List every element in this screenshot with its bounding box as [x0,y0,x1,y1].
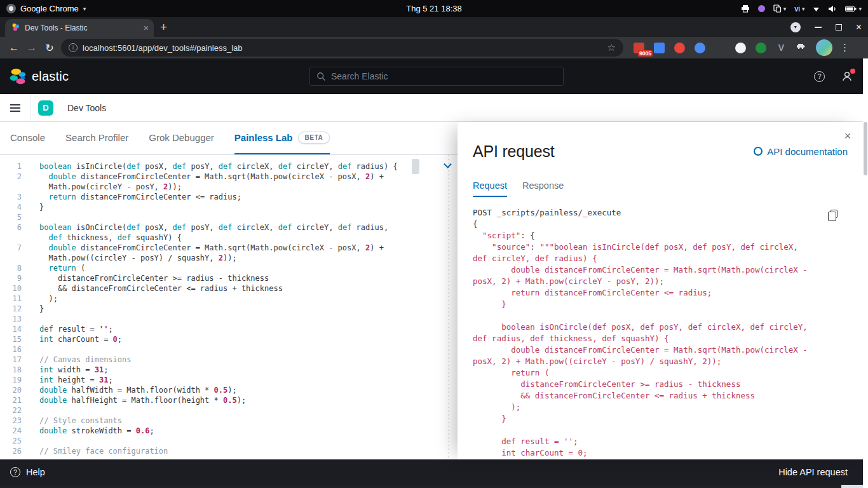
flyout-close-icon[interactable]: × [841,130,854,142]
site-info-icon[interactable]: i [69,43,78,52]
extension-icon-blue[interactable] [654,43,665,53]
code-line[interactable]: 20double halfWidth = Math.floor(width * … [0,385,423,395]
line-number: 26 [0,446,24,456]
code-line[interactable]: 14def result = ''; [0,324,423,334]
code-line[interactable]: 13 [0,314,423,324]
nav-menu-button[interactable] [0,94,31,122]
window-close-button[interactable]: × [856,22,862,32]
active-app-menu[interactable]: Google Chrome ▾ [6,4,86,13]
tab-grok-debugger[interactable]: Grok Debugger [149,122,214,154]
browser-tab[interactable]: Dev Tools - Elastic × [5,19,154,37]
address-bar[interactable]: i localhost:5601/app/dev_tools#/painless… [61,39,623,57]
line-number: 19 [0,375,24,385]
copy-icon[interactable] [831,210,837,218]
request-code-line: return distanceFromCircleCenter <= radiu… [473,287,813,299]
code-line[interactable]: 3 return distanceFromCircleCenter <= rad… [0,192,423,202]
tab-label: Console [10,132,45,143]
clock[interactable]: Thg 5 21 18:38 [406,4,461,13]
line-number: 16 [0,344,24,355]
tab-close-icon[interactable]: × [144,24,149,32]
code-line[interactable]: 10 && distanceFromCircleCenter <= radius… [0,283,423,294]
extension-icon-dark[interactable] [715,43,726,53]
tab-search-button[interactable]: ▾ [790,22,801,32]
browser-menu-icon[interactable]: ⋮ [840,42,850,53]
printer-icon[interactable] [741,4,750,13]
line-number: 5 [0,212,24,222]
code-editor[interactable]: 1boolean isInCircle(def posX, def posY, … [0,155,423,459]
page-scrollbar-thumb[interactable] [864,122,867,175]
code-line[interactable]: 19int height = 31; [0,375,423,385]
code-line[interactable]: 9 distanceFromCircleCenter >= radius - t… [0,273,423,283]
bookmark-star-icon[interactable]: ☆ [607,42,616,53]
clipboard-icon[interactable]: ▾ [773,4,787,13]
code-line[interactable]: 21double halfHeight = Math.floor(height … [0,395,423,405]
line-number: 21 [0,395,24,405]
code-line[interactable]: 15int charCount = 0; [0,334,423,344]
new-tab-button[interactable]: + [160,20,167,34]
extension-icon-red[interactable]: 9005 [634,43,644,53]
code-line[interactable]: 11 ); [0,294,423,304]
page-scrollbar[interactable] [863,58,868,485]
extension-icon-multicolor[interactable] [695,43,705,53]
extension-icon-crimson[interactable] [674,43,685,53]
request-code-line: ); [473,402,813,413]
search-placeholder: Search Elastic [331,71,388,81]
code-line[interactable]: 23// Style constants [0,416,423,426]
volume-icon[interactable] [828,5,837,13]
help-button[interactable]: ? Help [10,467,45,477]
code-line[interactable]: 17// Canvas dimensions [0,355,423,365]
reload-button[interactable]: ↻ [41,39,58,57]
tab-painless-lab[interactable]: Painless LabBETA [234,122,330,154]
editor-scrollbar-thumb[interactable] [412,159,419,174]
global-search-input[interactable]: Search Elastic [309,67,564,86]
request-code-line: int charCount = 0; [473,447,813,459]
flyout-tab-request[interactable]: Request [473,180,507,197]
panel-resizer[interactable] [449,155,449,459]
code-line[interactable]: 25 [0,436,423,446]
code-line[interactable]: 6boolean isOnCircle(def posX, def posY, … [0,222,423,243]
code-line[interactable]: 24double strokeWidth = 0.6; [0,426,423,436]
code-line[interactable]: 16 [0,344,423,355]
forward-button[interactable]: → [23,39,41,57]
elastic-brand[interactable]: elastic [0,67,69,85]
extension-icon-letter-v[interactable]: V [776,43,787,53]
hide-api-request-button[interactable]: Hide API request [778,467,857,477]
breadcrumb[interactable]: Dev Tools [67,103,106,113]
help-menu-icon[interactable]: ? [814,71,825,82]
profile-avatar[interactable] [816,39,832,56]
network-icon[interactable] [813,6,820,12]
extensions-puzzle-icon[interactable] [797,43,807,53]
horizontal-scrollbar[interactable] [0,485,868,488]
code-line[interactable]: 18int width = 31; [0,365,423,375]
code-line[interactable]: 2 double distanceFromCircleCenter = Math… [0,172,423,192]
tab-search-profiler[interactable]: Search Profiler [65,122,128,154]
minimize-button[interactable] [815,27,822,28]
extension-icon-green[interactable] [756,43,766,53]
request-code-line: } [473,413,813,424]
flyout-title: API request [473,141,554,161]
user-menu-icon[interactable] [841,71,853,82]
chevron-down-icon: ▾ [83,6,86,12]
code-line[interactable]: 1boolean isInCircle(def posX, def posY, … [0,161,423,172]
code-line[interactable]: 12} [0,304,423,314]
api-documentation-link[interactable]: API documentation [754,146,848,157]
battery-icon[interactable]: ▾ [845,6,862,12]
help-label: Help [26,467,45,477]
indicator-icon[interactable] [758,5,765,12]
code-line[interactable]: 5 [0,212,423,222]
maximize-button[interactable] [836,24,842,30]
tab-console[interactable]: Console [10,122,45,154]
extension-icon-white[interactable] [735,43,746,53]
space-avatar[interactable]: D [38,100,53,116]
code-line[interactable]: 8 return ( [0,263,423,273]
code-line[interactable]: 4} [0,202,423,212]
keyboard-layout-indicator[interactable]: vi ▾ [794,4,804,13]
code-line[interactable]: 7 double distanceFromCircleCenter = Math… [0,243,423,263]
chevron-down-icon[interactable] [444,160,452,168]
code-line[interactable]: 22 [0,405,423,416]
code-line[interactable]: 26// Smiley face configuration [0,446,423,456]
beta-badge: BETA [298,132,330,144]
back-button[interactable]: ← [5,39,23,57]
chevron-down-icon: ▾ [858,6,862,12]
flyout-tab-response[interactable]: Response [522,180,564,197]
